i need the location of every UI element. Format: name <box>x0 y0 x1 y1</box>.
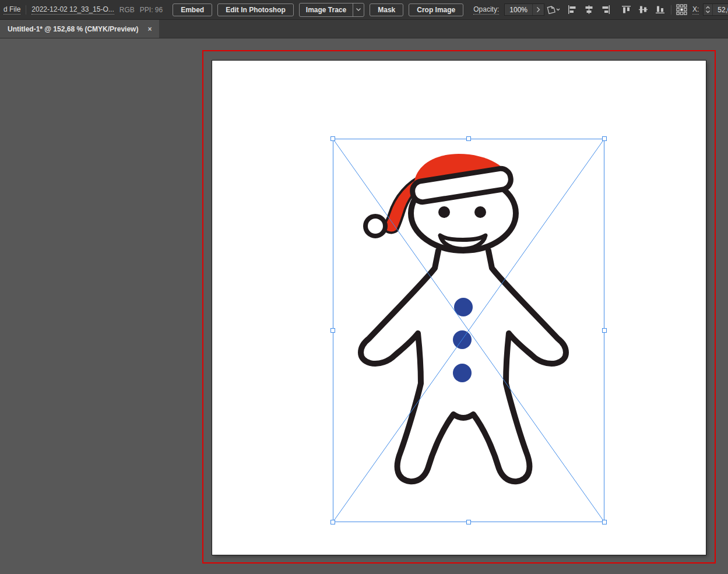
selection-handle[interactable] <box>603 520 607 524</box>
chevron-right-icon <box>536 6 540 13</box>
chevron-down-icon <box>705 10 711 13</box>
opacity-label[interactable]: Opacity: <box>473 5 499 15</box>
align-vertical-bottom-button[interactable] <box>654 3 667 16</box>
align-horizontal-right-icon <box>601 5 611 15</box>
x-field-group: 52,057 mm <box>703 3 728 16</box>
selection-handle[interactable] <box>331 329 335 333</box>
linked-file-label: d File <box>3 5 20 15</box>
align-vertical-top-button[interactable] <box>620 3 633 16</box>
page-icon <box>546 5 561 15</box>
x-label[interactable]: X: <box>692 5 699 15</box>
control-bar-right: X: 52,057 mm Y: 54,526 mm <box>544 3 728 16</box>
reference-point-grid-button[interactable] <box>676 3 688 16</box>
document-tab-bar: Untitled-1* @ 152,68 % (CMYK/Preview) × <box>0 20 728 38</box>
canvas[interactable] <box>0 38 728 574</box>
image-trace-split-button[interactable]: Image Trace <box>299 3 364 17</box>
align-vertical-bottom-icon <box>655 5 665 15</box>
selection-overlay <box>333 139 604 522</box>
opacity-field-group: 100% <box>504 3 544 16</box>
control-bar-left: d File 2022-12-02 12_33_15-O... RGB PPI:… <box>3 3 544 17</box>
align-horizontal-center-icon <box>584 5 594 15</box>
embed-button[interactable]: Embed <box>173 3 212 16</box>
opacity-dropdown[interactable] <box>532 4 544 15</box>
mask-button[interactable]: Mask <box>370 3 403 16</box>
x-input[interactable]: 52,057 mm <box>713 4 728 15</box>
tab-close-icon[interactable]: × <box>147 25 152 33</box>
image-trace-button[interactable]: Image Trace <box>300 3 353 16</box>
ppi-label: PPI: 96 <box>140 6 163 14</box>
reference-point-grid-icon <box>676 4 687 15</box>
opacity-input[interactable]: 100% <box>505 4 532 15</box>
selection-handle[interactable] <box>331 137 335 141</box>
selection-handle[interactable] <box>467 137 471 141</box>
document-tab[interactable]: Untitled-1* @ 152,68 % (CMYK/Preview) × <box>0 20 159 38</box>
selection-handle[interactable] <box>603 137 607 141</box>
control-bar: d File 2022-12-02 12_33_15-O... RGB PPI:… <box>0 0 728 20</box>
chevron-down-icon <box>356 8 361 12</box>
illustrator-window: d File 2022-12-02 12_33_15-O... RGB PPI:… <box>0 0 728 574</box>
document-setup-dropdown[interactable] <box>544 3 562 16</box>
document-tab-title: Untitled-1* @ 152,68 % (CMYK/Preview) <box>8 25 138 33</box>
align-horizontal-right-button[interactable] <box>600 3 613 16</box>
selection-handle[interactable] <box>331 520 335 524</box>
align-vertical-top-icon <box>621 5 631 15</box>
color-mode-label: RGB <box>119 6 135 14</box>
edit-in-photoshop-button[interactable]: Edit In Photoshop <box>217 3 294 16</box>
align-vertical-center-icon <box>638 5 648 15</box>
crop-image-button[interactable]: Crop Image <box>409 3 463 16</box>
align-horizontal-left-icon <box>567 5 577 15</box>
align-horizontal-left-button[interactable] <box>566 3 579 16</box>
chevron-up-icon <box>705 6 711 9</box>
align-vertical-center-button[interactable] <box>637 3 650 16</box>
separator <box>26 5 26 15</box>
x-stepper[interactable] <box>704 4 713 15</box>
linked-filename-link[interactable]: 2022-12-02 12_33_15-O... <box>31 5 114 15</box>
align-horizontal-center-button[interactable] <box>583 3 596 16</box>
separator <box>671 5 671 15</box>
selection-handle[interactable] <box>467 520 471 524</box>
image-trace-dropdown[interactable] <box>353 3 364 16</box>
selection-handle[interactable] <box>603 329 607 333</box>
